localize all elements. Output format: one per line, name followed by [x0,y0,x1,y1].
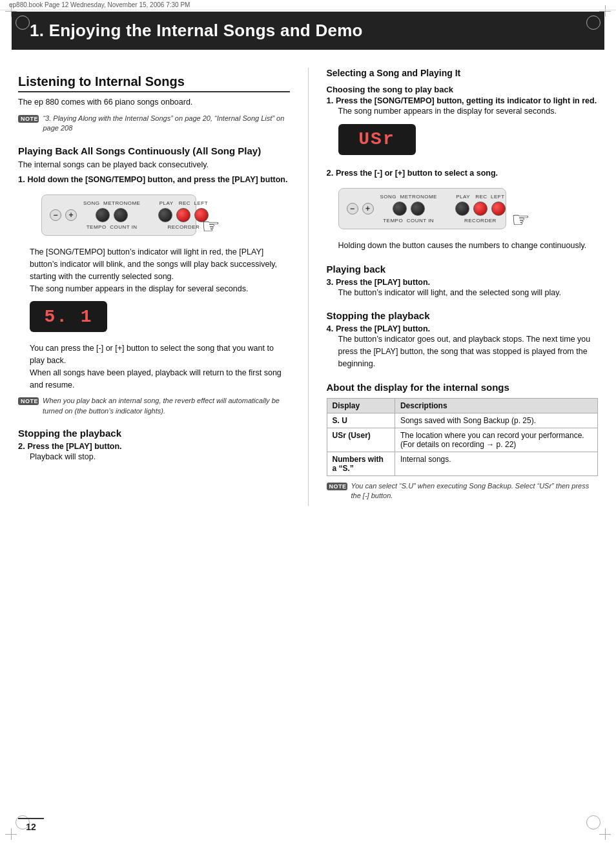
metronome-knob [114,208,128,222]
selecting-title: Selecting a Song and Playing It [327,68,599,78]
step-1-left: 1. Hold down the [SONG/TEMPO] button, an… [18,174,290,416]
table-row: Numbers with a “S.”Internal songs. [327,452,598,475]
hand-arrow-1: ☞ [201,214,220,238]
display-panel-1: 5. 1 [30,301,107,332]
note-2: NOTE When you play back an internal song… [18,396,290,416]
rec-btn-r [473,202,488,216]
minus-btn: − [50,209,61,221]
display-table: Display Descriptions S. USongs saved wit… [327,398,599,476]
table-cell-desc: The location where you can record your p… [395,428,597,452]
display-info-title: About the display for the internal songs [327,382,599,393]
button-panel-1: − + SONG METRONOME TEMPO COUNT IN [41,194,196,236]
plus-btn: + [65,209,77,221]
table-header-desc: Descriptions [395,398,597,413]
step3-desc: The button’s indicator will light, and t… [338,287,599,299]
note-badge-3: NOTE [327,483,347,490]
button-panel-2: − + SONG METRONOME TEMPO COUNT IN [338,188,506,229]
right-column: Selecting a Song and Playing It Choosing… [309,68,599,506]
step-1-right: 1. Press the [SONG/TEMPO] button, gettin… [327,96,599,162]
stopping-title-right: Stopping the playback [327,310,599,321]
step1-right-desc: The song number appears in the display f… [338,105,599,118]
page-number: 12 [18,818,44,832]
minus-btn-r: − [347,203,358,214]
circle-tr [586,16,601,30]
corner-mark-bl [5,828,17,840]
playing-back-right-title: Playing back [327,264,599,275]
play-btn-r [455,202,469,216]
step4-desc: The button’s indicator goes out, and pla… [338,333,599,370]
choosing-title: Choosing the song to play back [327,85,599,94]
step2-right-desc: Holding down the button causes the numbe… [338,240,599,252]
left-column: Listening to Internal Songs The ep 880 c… [18,68,309,506]
table-header-display: Display [327,398,395,413]
step-3-right: 3. Press the [PLAY] button. The button’s… [327,277,599,299]
circle-br [586,815,601,829]
display-panel-usr: USr [338,124,416,155]
step-2-left: 2. Press the [PLAY] button. Playback wil… [18,441,290,463]
note-text-1: “3. Playing Along with the Internal Song… [43,114,289,134]
note-badge-1: NOTE [18,115,39,123]
song-knob-r [393,202,407,216]
plus-btn-r: + [362,203,374,214]
song-knob [96,208,110,222]
chapter-header: 1. Enjoying the Internal Songs and Demo [12,12,604,50]
step1-desc4: When all songs have been played, playbac… [30,367,290,391]
table-cell-display: USr (User) [327,428,395,452]
playing-back-title: Playing Back All Songs Continuously (All… [18,145,290,156]
note-text-2: When you play back an internal song, the… [43,396,290,416]
table-row: S. USongs saved with Song Backup (p. 25)… [327,413,598,428]
section-title-listening: Listening to Internal Songs [18,74,290,92]
note-1: NOTE “3. Playing Along with the Internal… [18,114,290,134]
note-badge-2: NOTE [18,397,39,405]
step-4-right: 4. Press the [PLAY] button. The button’s… [327,324,599,370]
corner-mark-br [599,828,611,840]
display-text-1: 5. 1 [44,307,92,327]
left-btn-r [491,202,506,216]
step-2-right: 2. Press the [-] or [+] button to select… [327,168,599,252]
hand-arrow-2: ☞ [511,207,530,232]
table-cell-display: Numbers with a “S.” [327,452,395,475]
table-cell-desc: Songs saved with Song Backup (p. 25). [395,413,597,428]
chapter-title: 1. Enjoying the Internal Songs and Demo [30,21,363,40]
step1-desc1: The [SONG/TEMPO] button’s indicator will… [30,246,290,282]
table-row: USr (User)The location where you can rec… [327,428,598,452]
table-cell-desc: Internal songs. [395,452,597,475]
table-cell-display: S. U [327,413,395,428]
file-info-text: ep880.book Page 12 Wednesday, November 1… [9,1,190,8]
intro-text: The ep 880 comes with 66 piano songs onb… [18,96,290,109]
play-btn [158,208,172,222]
rec-btn [176,208,190,222]
file-info-bar: ep880.book Page 12 Wednesday, November 1… [0,0,616,10]
step1-desc3: You can press the [-] or [+] button to s… [30,342,290,367]
metro-knob-r [411,202,425,216]
note-3: NOTE You can select “S.U” when executing… [327,481,599,501]
step2-desc: Playback will stop. [30,451,290,463]
display-usr-text: USr [358,129,395,149]
circle-tl [15,16,30,30]
step1-desc2: The song number appears in the display f… [30,283,290,295]
stopping-title-left: Stopping the playback [18,428,290,439]
playing-back-desc: The internal songs can be played back co… [18,159,290,171]
note-text-3: You can select “S.U” when executing Song… [351,481,599,501]
